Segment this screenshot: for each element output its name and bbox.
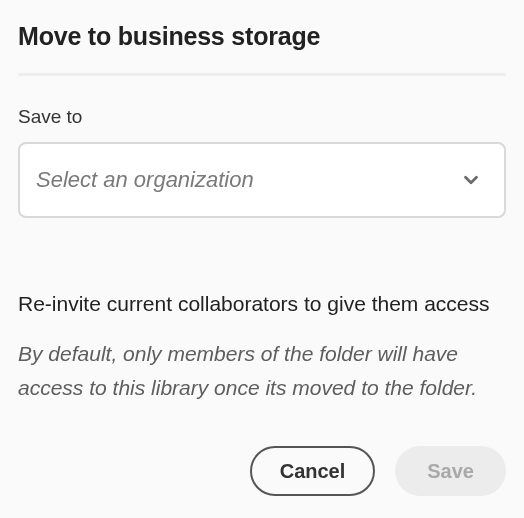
divider — [18, 73, 506, 76]
save-button[interactable]: Save — [395, 446, 506, 496]
reinvite-description: By default, only members of the folder w… — [18, 337, 506, 404]
organization-select[interactable]: Select an organization — [18, 142, 506, 218]
organization-select-placeholder: Select an organization — [36, 167, 254, 193]
dialog-actions: Cancel Save — [250, 446, 506, 496]
chevron-down-icon — [460, 169, 482, 191]
cancel-button[interactable]: Cancel — [250, 446, 376, 496]
saveto-label: Save to — [18, 106, 506, 128]
reinvite-heading: Re-invite current collaborators to give … — [18, 290, 506, 317]
dialog-title: Move to business storage — [18, 22, 506, 51]
